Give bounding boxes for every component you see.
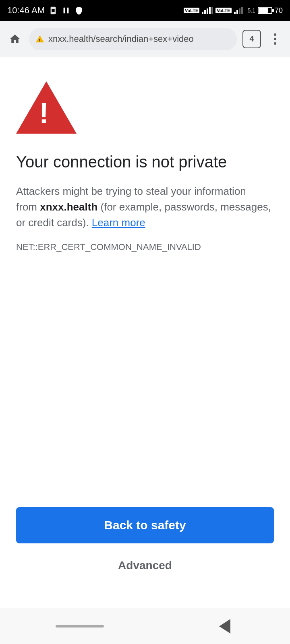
url-text: xnxx.health/search/indian+sex+video [48,34,194,44]
svg-rect-11 [239,8,240,14]
main-content: Your connection is not private Attackers… [0,57,290,608]
battery-percent: 70 [275,6,283,15]
advanced-button[interactable]: Advanced [16,551,274,580]
status-bar-left: 10:46 AM [7,5,83,16]
learn-more-link[interactable]: Learn more [92,217,145,229]
home-icon [9,33,21,45]
error-title: Your connection is not private [16,151,274,172]
volte-badge-1: VoLTE [184,8,199,13]
sim-icon [49,6,58,15]
battery-indicator [258,7,272,14]
data-speed: 5.1 [248,7,255,14]
time-display: 10:46 AM [7,5,45,16]
svg-rect-5 [204,10,206,14]
svg-rect-7 [209,7,211,14]
signal-icon-2 [234,7,245,14]
browser-chrome: ! xnxx.health/search/indian+sex+video 4 [0,21,290,57]
svg-rect-9 [234,12,236,14]
nav-bar [0,608,290,644]
svg-text:!: ! [39,38,40,42]
nav-back-button[interactable] [215,616,235,636]
tab-count-button[interactable]: 4 [242,30,261,48]
address-warning-icon: ! [35,35,44,43]
signal-icon-1 [202,7,213,14]
error-code: NET::ERR_CERT_COMMON_NAME_INVALID [16,242,274,252]
bottom-buttons: Back to safety Advanced [16,507,274,592]
pause-icon [62,6,70,15]
svg-rect-4 [202,12,203,14]
warning-icon-container [16,81,274,135]
status-bar-right: VoLTE VoLTE 5.1 70 [184,6,283,15]
tab-count-label: 4 [249,34,254,43]
site-name: xnxx.health [40,201,97,213]
shield-icon [75,6,83,15]
content-spacer [16,268,274,507]
volte-badge-2: VoLTE [215,8,231,13]
svg-rect-1 [52,9,54,12]
back-to-safety-button[interactable]: Back to safety [16,507,274,543]
svg-rect-3 [67,8,69,14]
svg-rect-8 [211,7,213,14]
svg-rect-6 [207,8,208,14]
svg-rect-10 [236,10,238,14]
status-bar: 10:46 AM VoLTE VoLTE 5.1 [0,0,290,21]
svg-rect-2 [64,8,65,14]
menu-button[interactable] [267,31,284,47]
home-button[interactable] [6,31,23,47]
nav-handle [56,625,104,627]
address-bar[interactable]: ! xnxx.health/search/indian+sex+video [29,28,237,50]
back-arrow-icon [219,619,230,634]
error-description: Attackers might be trying to steal your … [16,184,274,231]
svg-rect-12 [241,7,243,14]
warning-triangle-icon [16,81,77,134]
three-dots-icon [274,33,276,45]
